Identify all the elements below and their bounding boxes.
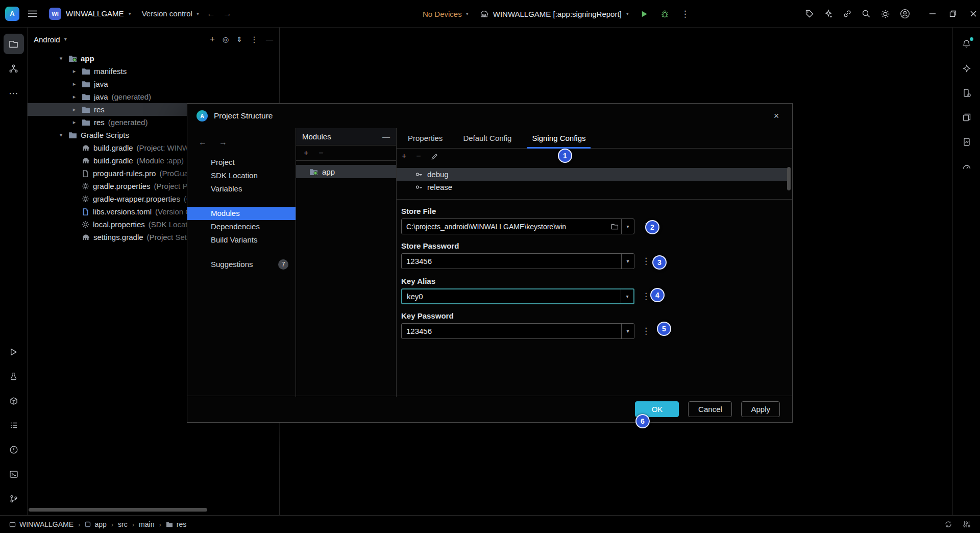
project-view-selector[interactable]: Android [34,35,60,44]
debug-button[interactable] [660,9,670,19]
store-file-dropdown-icon[interactable]: ▾ [621,219,634,234]
store-file-value[interactable]: C:\projects_android\WINWALLGAME\keystore… [402,219,608,234]
tree-item-java[interactable]: ▸ java [28,78,279,90]
version-control-tool-window-icon[interactable] [4,489,24,509]
tree-collapsed-icon[interactable]: ▸ [70,93,78,100]
tree-collapsed-icon[interactable]: ▸ [70,81,78,87]
store-password-dropdown-icon[interactable]: ▾ [621,254,634,269]
key-password-input[interactable]: 123456 ▾ [401,323,634,339]
run-button[interactable] [640,10,649,18]
project-widget[interactable]: WI WINWALLGAME ▾ [46,6,134,22]
browse-folder-icon[interactable] [608,219,621,234]
profiler-icon[interactable] [957,156,977,177]
store-password-value[interactable]: 123456 [402,254,621,269]
config-item-release[interactable]: release [397,181,787,193]
hide-tool-window-icon[interactable]: — [266,35,273,43]
module-item-app[interactable]: app [296,165,396,178]
app-quality-insights-icon[interactable] [957,132,977,152]
dialog-close-icon[interactable]: × [770,111,783,122]
tab-properties[interactable]: Properties [407,134,444,148]
sidebar-item-sdk-location[interactable]: SDK Location [187,169,296,182]
breadcrumb-src[interactable]: src [118,520,128,528]
expand-all-icon[interactable]: ⇕ [236,35,242,43]
tree-item-app[interactable]: ▾ app [28,52,279,65]
apply-button[interactable]: Apply [741,401,780,417]
configs-scrollbar[interactable] [787,167,791,190]
breadcrumb-main[interactable]: main [139,520,154,528]
add-icon[interactable]: + [210,34,215,44]
tests-tool-window-icon[interactable] [4,366,24,386]
tag-icon[interactable] [805,9,814,18]
dialog-title-bar[interactable]: A Project Structure × [187,104,792,128]
tree-expanded-icon[interactable]: ▾ [57,55,65,62]
running-devices-icon[interactable] [957,107,977,128]
main-menu-icon[interactable] [27,10,38,17]
close-window-icon[interactable] [970,10,977,17]
tree-collapsed-icon[interactable]: ▸ [70,68,78,75]
sync-icon[interactable] [944,520,952,528]
store-file-input[interactable]: C:\projects_android\WINWALLGAME\keystore… [401,219,634,234]
terminal-tool-window-icon[interactable] [4,464,24,484]
add-module-icon[interactable]: + [304,149,308,158]
config-item-debug[interactable]: debug [397,168,787,181]
more-tool-windows-icon[interactable]: ⋯ [4,83,24,103]
sidebar-item-project[interactable]: Project [187,156,296,169]
todo-tool-window-icon[interactable] [4,415,24,435]
back-icon[interactable]: ← [199,138,207,147]
sidebar-item-variables[interactable]: Variables [187,182,296,196]
tree-item-manifests[interactable]: ▸ manifests [28,65,279,78]
sidebar-item-dependencies[interactable]: Dependencies [187,220,296,233]
key-password-value[interactable]: 123456 [402,324,621,338]
device-selector[interactable]: No Devices ▾ [423,10,469,18]
tree-collapsed-icon[interactable]: ▸ [70,106,78,113]
build-tool-window-icon[interactable] [4,391,24,411]
breadcrumb-project[interactable]: WINWALLGAME [9,520,74,528]
navigate-back-icon[interactable]: ← [207,9,215,19]
notifications-icon[interactable] [957,34,977,54]
project-tool-window-icon[interactable] [4,34,24,54]
cancel-button[interactable]: Cancel [688,401,732,417]
tree-expanded-icon[interactable]: ▾ [57,132,65,138]
tree-item-java-generated[interactable]: ▸ java (generated) [28,90,279,103]
locate-file-icon[interactable]: ◎ [223,35,229,43]
more-options-icon[interactable]: ⋮ [250,35,258,44]
forward-icon[interactable]: → [219,138,227,147]
key-password-dropdown-icon[interactable]: ▾ [621,324,634,338]
ai-assistant-icon[interactable] [824,9,833,18]
key-alias-input[interactable]: key0 ▾ [401,288,634,304]
profile-icon[interactable] [900,9,910,19]
problems-tool-window-icon[interactable] [4,440,24,460]
more-actions-icon[interactable]: ⋮ [681,9,690,19]
sidebar-item-modules[interactable]: Modules [187,207,296,220]
structure-tool-window-icon[interactable] [4,58,24,79]
breadcrumb-res[interactable]: res [166,520,186,528]
sidebar-item-suggestions[interactable]: Suggestions 7 [187,258,296,271]
chevron-down-icon[interactable]: ▾ [64,37,67,42]
version-control-widget[interactable]: Version control ▾ [142,9,199,18]
gemini-icon[interactable] [957,58,977,79]
run-configuration-selector[interactable]: WINWALLGAME [:app:signingReport] ▾ [480,10,629,18]
search-icon[interactable] [862,9,871,18]
device-manager-icon[interactable] [957,83,977,103]
key-alias-more-icon[interactable]: ⋮ [642,291,650,302]
minimize-window-icon[interactable] [929,10,936,17]
edit-config-icon[interactable] [431,153,438,160]
store-password-more-icon[interactable]: ⋮ [642,256,650,266]
key-alias-dropdown-icon[interactable]: ▾ [621,289,633,303]
settings-icon[interactable] [880,9,890,19]
store-password-input[interactable]: 123456 ▾ [401,253,634,269]
tab-signing-configs[interactable]: Signing Configs [531,134,586,148]
sidebar-item-build-variants[interactable]: Build Variants [187,233,296,247]
add-config-icon[interactable]: + [402,152,406,161]
remove-config-icon[interactable]: − [416,152,421,161]
horizontal-scrollbar[interactable] [29,508,207,512]
remove-module-icon[interactable]: − [318,149,323,158]
tree-collapsed-icon[interactable]: ▸ [70,119,78,126]
key-alias-value[interactable]: key0 [402,289,621,303]
share-link-icon[interactable] [843,9,852,18]
breadcrumb-app[interactable]: app [85,520,106,528]
tab-default-config[interactable]: Default Config [462,134,512,148]
restore-window-icon[interactable] [949,10,957,17]
navigate-forward-icon[interactable]: → [223,9,232,19]
key-password-more-icon[interactable]: ⋮ [642,326,650,336]
